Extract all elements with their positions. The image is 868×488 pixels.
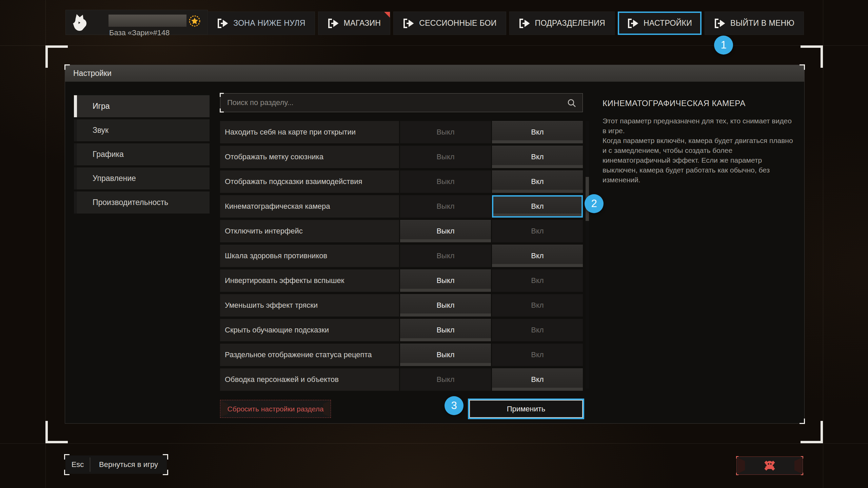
window-title: Настройки — [65, 65, 804, 82]
setting-label: Кинематографическая камера — [220, 195, 399, 218]
setting-label: Раздельное отображение статуса рецепта — [220, 344, 399, 366]
settings-window: Настройки Игра Звук Графика Управление П… — [65, 65, 805, 424]
toggle-off-button[interactable]: Выкл — [400, 220, 491, 242]
setting-row: Уменьшить эффект тряски Выкл Вкл — [220, 294, 583, 317]
notification-triangle — [384, 12, 390, 18]
search-icon — [567, 98, 576, 108]
setting-label: Находить себя на карте при открытии — [220, 121, 399, 143]
guide-line-top — [0, 45, 868, 46]
setting-label: Отключить интерфейс — [220, 220, 399, 242]
description-paragraph: Этот параметр предназначен для тех, кто … — [603, 116, 796, 136]
exit-icon — [714, 18, 726, 28]
exit-icon — [217, 18, 229, 28]
annotation-circle-3: 3 — [445, 396, 463, 415]
toggle-on-button[interactable]: Вкл — [492, 269, 583, 292]
settings-sidebar: Игра Звук Графика Управление Производите… — [74, 95, 210, 214]
toggle-off-button[interactable]: Выкл — [400, 121, 491, 143]
nav-tab-зона-ниже-нуля[interactable]: ЗОНА НИЖЕ НУЛЯ — [208, 12, 315, 35]
toggle-on-button[interactable]: Вкл — [492, 368, 583, 391]
guide-line-left — [45, 0, 46, 488]
toggle-off-button[interactable]: Выкл — [400, 294, 491, 317]
skull-icon — [763, 459, 776, 472]
description-paragraph: Когда параметр включён, камера будет дви… — [603, 136, 796, 185]
setting-row: Находить себя на карте при открытии Выкл… — [220, 121, 583, 143]
window-tick — [800, 64, 805, 70]
setting-row: Отображать метку союзника Выкл Вкл — [220, 146, 583, 168]
setting-label: Скрыть обучающие подсказки — [220, 319, 399, 341]
setting-row: Отключить интерфейс Выкл Вкл — [220, 220, 583, 242]
sidebar-item-управление[interactable]: Управление — [74, 167, 210, 189]
apply-button[interactable]: Применить — [469, 400, 583, 418]
setting-row: Кинематографическая камера Выкл Вкл — [220, 195, 583, 218]
setting-row: Инвертировать эффекты вспышек Выкл Вкл — [220, 269, 583, 292]
setting-label: Инвертировать эффекты вспышек — [220, 269, 399, 292]
clan-badge-icon — [189, 15, 201, 27]
toggle-rows: Находить себя на карте при открытии Выкл… — [220, 121, 583, 391]
annotation-circle-1: 1 — [714, 36, 733, 55]
setting-label: Отображать подсказки взаимодействия — [220, 170, 399, 193]
toggle-on-button[interactable]: Вкл — [492, 344, 583, 366]
profile-panel[interactable]: База «Зари»#148 — [65, 10, 208, 35]
toggle-on-button[interactable]: Вкл — [492, 170, 583, 193]
setting-row: Обводка персонажей и объектов Выкл Вкл — [220, 368, 583, 391]
frame-corner-bottom-right — [801, 421, 823, 443]
nav-tab-магазин[interactable]: МАГАЗИН — [318, 12, 391, 35]
nav-tab-подразделения[interactable]: ПОДРАЗДЕЛЕНИЯ — [509, 12, 615, 35]
main-nav-tabs: ЗОНА НИЖЕ НУЛЯ МАГАЗИН СЕССИОННЫЕ БОИ — [208, 12, 804, 35]
annotation-circle-2: 2 — [585, 194, 604, 213]
toggle-on-button[interactable]: Вкл — [492, 294, 583, 317]
toggle-on-button[interactable]: Вкл — [492, 245, 583, 267]
list-footer: Сбросить настройки раздела Применить — [220, 400, 583, 418]
sidebar-item-игра[interactable]: Игра — [74, 95, 210, 117]
setting-label: Обводка персонажей и объектов — [220, 368, 399, 391]
toggle-off-button[interactable]: Выкл — [400, 245, 491, 267]
toggle-off-button[interactable]: Выкл — [400, 319, 491, 341]
settings-main: Находить себя на карте при открытии Выкл… — [220, 93, 583, 418]
wolf-logo-icon — [71, 13, 90, 33]
toggle-off-button[interactable]: Выкл — [400, 368, 491, 391]
exit-icon — [328, 18, 339, 28]
exit-icon — [627, 18, 639, 28]
setting-label: Отображать метку союзника — [220, 146, 399, 168]
return-to-game-label: Вернуться в игру — [90, 455, 167, 474]
setting-row: Шкала здоровья противников Выкл Вкл — [220, 245, 583, 267]
base-label: База «Зари»#148 — [109, 28, 170, 37]
setting-row: Отображать подсказки взаимодействия Выкл… — [220, 170, 583, 193]
toggle-off-button[interactable]: Выкл — [400, 269, 491, 292]
sidebar-item-звук[interactable]: Звук — [74, 119, 210, 141]
sidebar-item-графика[interactable]: Графика — [74, 143, 210, 165]
list-scrollbar[interactable] — [586, 121, 589, 389]
exit-icon — [519, 18, 530, 28]
guide-line-right — [823, 0, 823, 488]
toggle-on-button[interactable]: Вкл — [492, 146, 583, 168]
setting-row: Скрыть обучающие подсказки Выкл Вкл — [220, 319, 583, 341]
toggle-on-button[interactable]: Вкл — [492, 319, 583, 341]
toggle-off-button[interactable]: Выкл — [400, 344, 491, 366]
setting-description: КИНЕМАТОГРАФИЧЕСКАЯ КАМЕРА Этот параметр… — [603, 99, 796, 185]
window-tick — [800, 419, 805, 424]
toggle-on-button[interactable]: Вкл — [492, 220, 583, 242]
section-search — [220, 93, 583, 112]
toggle-on-button[interactable]: Вкл — [492, 195, 583, 218]
return-to-game-button[interactable]: Esc Вернуться в игру — [65, 455, 167, 474]
toggle-off-button[interactable]: Выкл — [400, 146, 491, 168]
danger-skull-button[interactable] — [736, 456, 803, 475]
nav-tab-настройки[interactable]: НАСТРОЙКИ — [618, 12, 702, 35]
reset-section-button[interactable]: Сбросить настройки раздела — [220, 400, 331, 418]
window-tick — [64, 64, 70, 70]
nav-tab-выйти-в-меню[interactable]: ВЫЙТИ В МЕНЮ — [705, 12, 804, 35]
guide-line-bottom — [0, 443, 868, 444]
player-name-censored — [108, 15, 186, 27]
exit-icon — [403, 18, 414, 28]
nav-tab-сессионные-бои[interactable]: СЕССИОННЫЕ БОИ — [393, 12, 506, 35]
setting-row: Раздельное отображение статуса рецепта В… — [220, 344, 583, 366]
toggle-off-button[interactable]: Выкл — [400, 195, 491, 218]
toggle-off-button[interactable]: Выкл — [400, 170, 491, 193]
search-input[interactable] — [220, 94, 583, 112]
sidebar-item-производительность[interactable]: Производительность — [74, 191, 210, 214]
frame-corner-bottom-left — [45, 421, 68, 443]
setting-label: Шкала здоровья противников — [220, 245, 399, 267]
toggle-on-button[interactable]: Вкл — [492, 121, 583, 143]
description-title: КИНЕМАТОГРАФИЧЕСКАЯ КАМЕРА — [603, 99, 796, 108]
setting-label: Уменьшить эффект тряски — [220, 294, 399, 317]
